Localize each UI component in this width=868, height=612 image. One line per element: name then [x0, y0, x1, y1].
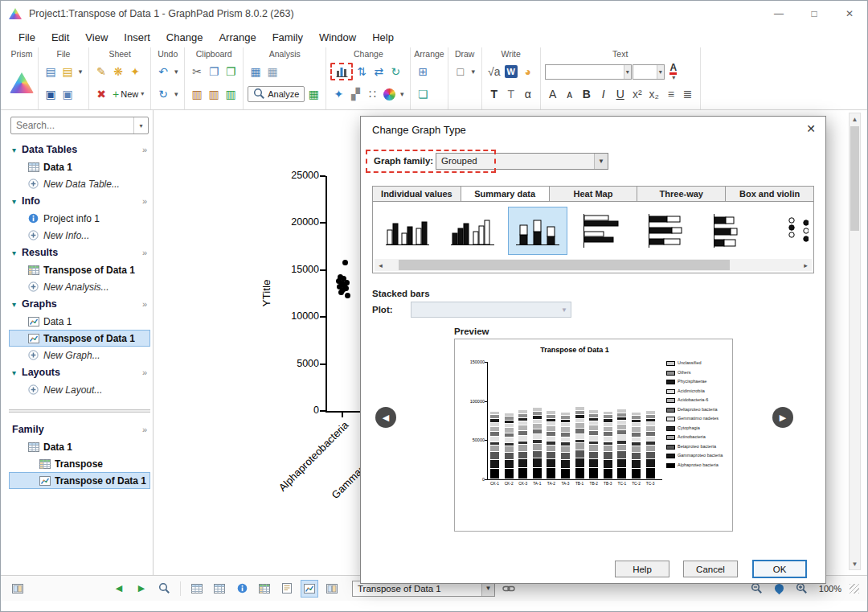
sidebar-item-new-info[interactable]: New Info...	[9, 227, 150, 244]
greek-letter-icon[interactable]: α	[520, 85, 536, 103]
data-table-sheet-icon[interactable]	[188, 580, 206, 598]
sidebar-item-data-1[interactable]: Data 1	[9, 313, 150, 330]
magic-wand-icon[interactable]: ✦	[330, 85, 346, 103]
text-tool-icon[interactable]: T	[486, 85, 502, 103]
paste-link-icon[interactable]: ▥	[223, 85, 239, 103]
graph-thumb-horizontal-interleaved-bars[interactable]	[573, 207, 633, 255]
undo-icon[interactable]: ↶	[155, 63, 171, 80]
scroll-left-icon[interactable]: ◂	[375, 259, 387, 271]
dialog-close-icon[interactable]: ✕	[806, 122, 816, 135]
copy-icon[interactable]: ❐	[206, 63, 222, 80]
delete-sheet-icon[interactable]: ✖	[93, 85, 109, 103]
preview-prev-button[interactable]: ◀	[375, 407, 396, 428]
text-box-icon[interactable]: T	[503, 85, 519, 103]
plot-select[interactable]: ▼	[411, 302, 571, 318]
analysis-options-icon[interactable]: ▦	[264, 63, 280, 80]
new-dropdown-icon[interactable]: ▾	[76, 63, 84, 80]
analysis-data-icon[interactable]: ▦	[305, 85, 321, 103]
bold-icon[interactable]: B	[579, 85, 595, 103]
results-sheet-icon[interactable]	[256, 580, 273, 598]
menu-window[interactable]: Window	[311, 28, 364, 47]
insert-symbol-icon[interactable]: ◕	[520, 63, 536, 80]
collapse-arrow-icon[interactable]: ▾	[12, 368, 22, 377]
collapse-arrow-icon[interactable]: ▾	[12, 300, 22, 309]
duplicate-icon[interactable]: ❐	[223, 63, 239, 80]
wand-icon[interactable]: ✦	[127, 63, 143, 80]
menu-help[interactable]: Help	[364, 28, 402, 47]
save-icon[interactable]: ▣	[43, 85, 59, 103]
word-export-icon[interactable]: W	[503, 63, 519, 80]
sidebar-item-transpose-of-data-1[interactable]: Transpose of Data 1	[9, 472, 150, 489]
section-menu-icon[interactable]: »	[142, 299, 147, 309]
align-objects-icon[interactable]: ⊞	[415, 63, 431, 80]
collapse-arrow-icon[interactable]: ▾	[12, 248, 22, 257]
scrollbar-thumb[interactable]	[850, 126, 859, 231]
highlight-sheet-icon[interactable]: ❋	[110, 63, 126, 80]
gallery-scroll-track[interactable]	[387, 259, 800, 271]
preview-next-button[interactable]: ▶	[772, 407, 793, 428]
paste-special-icon[interactable]: ▥	[206, 85, 222, 103]
increase-font-icon[interactable]: A	[545, 85, 561, 103]
sidebar-item-transpose[interactable]: Transpose	[9, 455, 150, 472]
scroll-up-icon[interactable]: ▲	[850, 113, 860, 125]
ok-button[interactable]: OK	[752, 560, 807, 578]
new-analysis-icon[interactable]: ▦	[248, 63, 264, 80]
decrease-font-icon[interactable]: ᴀ	[562, 85, 578, 103]
notes-sheet-icon[interactable]	[278, 580, 296, 598]
search-input[interactable]	[11, 120, 133, 131]
sidebar-section-info[interactable]: ▾Info»	[9, 192, 150, 210]
tab-box-and-violin[interactable]: Box and violin	[726, 186, 814, 202]
search-dropdown-icon[interactable]: ▾	[133, 117, 148, 133]
vertical-scrollbar[interactable]: ▲ ▼	[849, 113, 861, 570]
tab-summary-data[interactable]: Summary data	[461, 186, 550, 202]
paste-icon[interactable]: ▥	[189, 85, 205, 103]
resize-graph-icon[interactable]: ⇅	[354, 63, 370, 80]
format-points-icon[interactable]: ▞	[347, 85, 363, 103]
color-scheme-dropdown-icon[interactable]: ▾	[398, 85, 406, 103]
redo-dropdown-icon[interactable]: ▾	[172, 85, 180, 103]
cut-icon[interactable]: ✂	[189, 63, 205, 80]
next-sheet-icon[interactable]: ▶	[133, 580, 150, 598]
refresh-icon[interactable]: ↻	[387, 63, 403, 80]
font-size-combo-arrow-icon[interactable]: ▾	[657, 65, 664, 79]
graph-sheet-icon[interactable]	[301, 580, 318, 598]
sidebar-section-data-tables[interactable]: ▾Data Tables»	[9, 141, 150, 158]
font-family-combo-arrow-icon[interactable]: ▾	[624, 65, 631, 79]
sidebar-section-layouts[interactable]: ▾Layouts»	[9, 364, 150, 381]
sidebar-section-graphs[interactable]: ▾Graphs»	[9, 295, 150, 313]
search-sheets-icon[interactable]	[155, 580, 173, 598]
section-menu-icon[interactable]: »	[142, 248, 147, 257]
maximize-button[interactable]: □	[796, 1, 832, 27]
rename-sheet-icon[interactable]: ✎	[93, 63, 109, 80]
menu-change[interactable]: Change	[158, 28, 211, 47]
menu-family[interactable]: Family	[264, 28, 311, 47]
section-menu-icon[interactable]: »	[142, 196, 147, 206]
gallery-scroll-thumb[interactable]	[399, 260, 729, 270]
change-graph-type-icon[interactable]	[330, 63, 353, 80]
graph-family-select[interactable]: Grouped ▼	[436, 153, 608, 170]
sidebar-item-project-info-1[interactable]: Project info 1	[9, 210, 150, 227]
undo-dropdown-icon[interactable]: ▾	[172, 63, 180, 80]
menu-view[interactable]: View	[77, 28, 116, 47]
save-as-icon[interactable]: ▣	[59, 85, 76, 103]
tab-three-way[interactable]: Three-way	[637, 186, 726, 202]
align-left-icon[interactable]: ≡	[663, 85, 679, 103]
graph-thumb-horizontal-segmented-bars[interactable]	[703, 207, 763, 255]
menu-file[interactable]: File	[10, 28, 43, 47]
tab-heat-map[interactable]: Heat Map	[550, 186, 638, 202]
font-family-combo[interactable]: ▾	[545, 64, 632, 80]
close-button[interactable]: ✕	[832, 1, 867, 27]
font-size-combo[interactable]: ▾	[633, 64, 665, 80]
section-menu-icon[interactable]: »	[142, 368, 147, 377]
prism-logo-button[interactable]	[9, 60, 35, 105]
chevron-down-icon[interactable]: ▼	[594, 154, 608, 169]
family-table-icon[interactable]	[211, 580, 228, 598]
data-points-icon[interactable]: ∷	[364, 85, 380, 103]
italic-icon[interactable]: I	[596, 85, 612, 103]
color-scheme-icon[interactable]	[381, 85, 397, 103]
equation-icon[interactable]: √a	[486, 63, 502, 80]
new-table-icon[interactable]: ▤	[43, 63, 59, 80]
prev-sheet-icon[interactable]: ◀	[110, 580, 128, 598]
menu-insert[interactable]: Insert	[116, 28, 158, 47]
open-file-icon[interactable]: ▤	[59, 63, 76, 80]
